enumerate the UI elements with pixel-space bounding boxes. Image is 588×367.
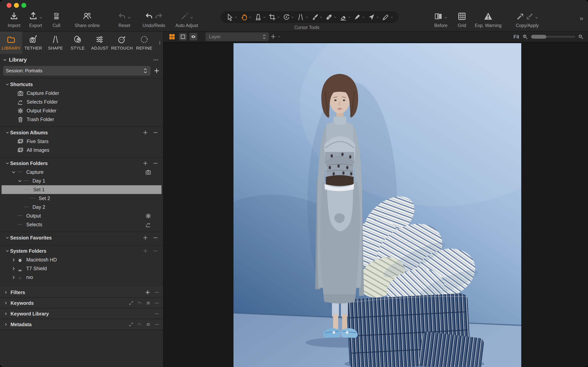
folder-selects[interactable]: Selects [0, 220, 163, 229]
photo[interactable] [233, 43, 521, 367]
toolbar-overflow-button[interactable]: » [580, 14, 583, 22]
album-five-stars[interactable]: Five Stars [0, 137, 163, 146]
chevron-right-icon[interactable] [11, 266, 16, 271]
shortcut-capture-folder[interactable]: Capture Folder [0, 89, 163, 98]
tab-style-label: STYLE [71, 46, 85, 51]
tab-adjust[interactable]: ADJUST [89, 32, 111, 54]
album-all-images[interactable]: All Images [0, 146, 163, 155]
rotate-tool[interactable] [283, 13, 294, 21]
session-albums-header[interactable]: Session Albums [0, 128, 163, 137]
chevron-right-icon[interactable] [11, 275, 16, 280]
loupe-tool[interactable] [254, 13, 266, 21]
reset-button[interactable]: Reset [113, 9, 136, 28]
tab-tether[interactable]: TETHER [22, 32, 44, 54]
annotate-tool[interactable] [382, 13, 393, 21]
add-filter-button[interactable] [145, 289, 151, 295]
export-button[interactable]: Export [24, 9, 47, 28]
system-folders-header[interactable]: System Folders [0, 246, 163, 255]
folder-set-2[interactable]: Set 2 [0, 194, 163, 203]
zoom-slider[interactable] [531, 36, 575, 38]
shortcut-output-folder[interactable]: Output Folder [0, 106, 163, 115]
exposure-warning-button[interactable]: Exp. Warning [472, 9, 505, 28]
tab-library[interactable]: LIBRARY [0, 32, 22, 54]
system-folder-rvo[interactable]: rvo [0, 273, 163, 282]
clone-tool[interactable] [353, 13, 365, 21]
erase-tool[interactable] [339, 13, 351, 21]
add-layer-button[interactable] [270, 33, 280, 40]
system-folder-macintosh-hd[interactable]: Macintosh HD [0, 255, 163, 264]
shortcut-trash-folder[interactable]: Trash Folder [0, 115, 163, 124]
tab-retouch[interactable]: RETOUCH [111, 32, 133, 54]
pan-tool[interactable] [240, 13, 251, 21]
metadata-revert-icon[interactable] [137, 322, 142, 327]
chevron-down-icon[interactable] [17, 179, 22, 183]
add-session-button[interactable] [153, 67, 160, 74]
add-favorite-button[interactable] [142, 235, 148, 241]
remove-album-button[interactable] [153, 130, 158, 135]
library-collapse-icon[interactable] [3, 58, 7, 62]
before-button[interactable]: Before [430, 9, 452, 28]
folder-set-1[interactable]: Set 1 [1, 185, 162, 194]
grid-view-icon[interactable] [168, 33, 175, 40]
tab-refine[interactable]: REFINE [133, 32, 155, 54]
select-tool[interactable] [226, 13, 237, 21]
brush-tool[interactable] [311, 13, 322, 21]
grid-button[interactable]: Grid [453, 9, 471, 28]
proof-view-icon[interactable] [190, 33, 197, 41]
single-view-icon[interactable] [179, 33, 187, 41]
shortcut-selects-folder[interactable]: Selects Folder [0, 98, 163, 106]
session-favorites-header[interactable]: Session Favorites [0, 233, 163, 242]
filters-panel-header[interactable]: Filters [0, 287, 163, 298]
keyword-library-panel-header[interactable]: Keyword Library [0, 309, 163, 319]
filters-more-icon[interactable] [155, 290, 159, 295]
metadata-more-icon[interactable] [155, 322, 159, 327]
keywords-expand-icon[interactable] [129, 301, 133, 305]
tabs-overflow-icon[interactable] [158, 39, 162, 47]
remove-favorite-button[interactable] [153, 235, 158, 241]
zoom-slider-thumb[interactable] [531, 35, 546, 39]
undo-redo-button[interactable]: Undo/Redo [139, 9, 168, 28]
share-online-button[interactable]: Share online [70, 9, 105, 28]
tab-shape[interactable]: SHAPE [44, 32, 67, 54]
keystone-tool[interactable] [297, 13, 308, 21]
chevron-down-icon[interactable] [11, 170, 16, 175]
zoom-in-icon[interactable] [578, 34, 584, 40]
copy-apply-button[interactable]: Copy/Apply [508, 9, 547, 28]
remove-folder-button[interactable] [153, 160, 158, 166]
cull-button[interactable]: Cull [48, 9, 65, 28]
session-folders-header[interactable]: Session Folders [0, 159, 163, 168]
chevron-right-icon[interactable] [11, 258, 16, 262]
keyword-library-more-icon[interactable] [155, 311, 159, 316]
metadata-expand-icon[interactable] [129, 322, 133, 327]
crop-tool[interactable] [268, 13, 280, 21]
zoom-button[interactable] [21, 3, 26, 8]
zoom-out-icon[interactable] [522, 34, 528, 40]
folder-output[interactable]: Output [0, 211, 163, 220]
close-button[interactable] [7, 3, 11, 8]
folder-day-1[interactable]: Day 1 [0, 176, 163, 185]
apply-arrow-tool[interactable] [368, 13, 379, 21]
folder-day-2[interactable]: Day 2 [0, 203, 163, 211]
folder-capture[interactable]: Capture [0, 168, 163, 176]
remove-system-folder-button [153, 248, 158, 254]
metadata-menu-icon[interactable] [146, 322, 151, 327]
heal-tool[interactable] [325, 13, 337, 21]
keywords-more-icon[interactable] [155, 301, 159, 305]
session-selector[interactable]: Session: Portraits [3, 66, 151, 76]
folder-label: Selects [26, 222, 42, 227]
layer-selector[interactable]: Layer [206, 33, 269, 41]
add-album-button[interactable] [142, 130, 148, 135]
add-folder-button[interactable] [142, 160, 148, 166]
shortcuts-header[interactable]: Shortcuts [0, 80, 163, 89]
import-button[interactable]: Import [5, 9, 23, 28]
metadata-panel-header[interactable]: Metadata [0, 319, 163, 330]
keywords-panel-header[interactable]: Keywords [0, 298, 163, 309]
system-folder-label: Macintosh HD [26, 257, 57, 263]
keywords-revert-icon[interactable] [137, 301, 142, 305]
minimize-button[interactable] [14, 3, 19, 8]
tab-style[interactable]: STYLE [67, 32, 89, 54]
library-more-icon[interactable] [153, 57, 159, 63]
system-folder-t7-shield[interactable]: T7 Shield [0, 264, 163, 273]
keywords-menu-icon[interactable] [146, 301, 151, 305]
auto-adjust-button[interactable]: Auto Adjust [171, 9, 202, 28]
